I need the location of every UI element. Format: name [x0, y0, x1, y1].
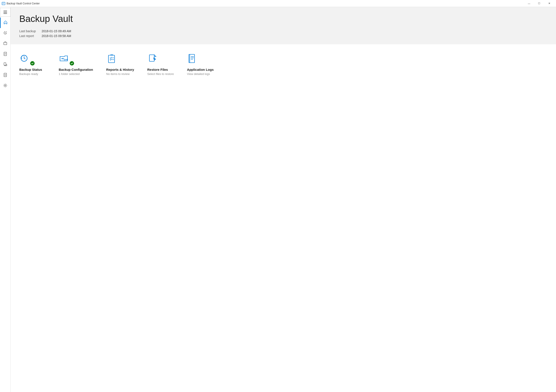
reports-history-svg — [106, 53, 118, 64]
sidebar-item-logs[interactable] — [0, 70, 10, 81]
window-controls: — ☐ ✕ — [524, 0, 554, 7]
svg-rect-3 — [4, 63, 6, 65]
last-report-value: 2018-01-15 09:58 AM — [42, 34, 71, 38]
reports-history-subtitle: No items to review — [106, 72, 130, 76]
backup-icon — [3, 41, 8, 47]
last-backup-value: 2018-01-15 09:49 AM — [42, 29, 71, 33]
window-title: Backup Vault Control Center — [7, 2, 524, 5]
hamburger-icon — [3, 11, 7, 14]
backup-configuration-title: Backup Configuration — [59, 68, 93, 71]
application-logs-title: Application Logs — [187, 68, 214, 71]
sidebar-item-history[interactable] — [0, 28, 10, 39]
history-icon — [3, 31, 8, 36]
minimize-button[interactable]: — — [524, 0, 534, 7]
backup-status-badge — [30, 61, 35, 65]
last-backup-label: Last backup — [19, 29, 39, 33]
backup-configuration-icon-wrapper — [59, 53, 72, 65]
app-icon — [2, 2, 5, 5]
sidebar — [0, 7, 10, 392]
last-report-row: Last report 2018-01-15 09:58 AM — [19, 34, 547, 38]
svg-rect-8 — [149, 55, 154, 61]
restore-files-title: Restore Files — [147, 68, 168, 71]
sidebar-item-home[interactable] — [0, 17, 10, 28]
restore-files-subtitle: Select files to restore — [147, 72, 174, 76]
backup-configuration-subtitle: 1 folder selected — [59, 72, 79, 76]
meta-info: Last backup 2018-01-15 09:49 AM Last rep… — [19, 29, 547, 38]
reports-icon — [3, 52, 8, 57]
backup-configuration-badge — [70, 61, 74, 65]
svg-point-5 — [5, 85, 6, 86]
svg-rect-9 — [190, 54, 194, 63]
settings-icon — [3, 83, 8, 89]
app-container: Backup Vault Last backup 2018-01-15 09:4… — [0, 7, 556, 392]
main-content: Backup Vault Last backup 2018-01-15 09:4… — [10, 7, 556, 392]
close-button[interactable]: ✕ — [544, 0, 554, 7]
header-section: Backup Vault Last backup 2018-01-15 09:4… — [10, 7, 556, 44]
logs-icon — [3, 73, 8, 78]
application-logs-svg — [187, 53, 199, 64]
restore-files-icon-wrapper — [147, 53, 160, 65]
title-bar: Backup Vault Control Center — ☐ ✕ — [0, 0, 556, 7]
sidebar-item-restore[interactable] — [0, 60, 10, 70]
sidebar-item-reports[interactable] — [0, 49, 10, 60]
reports-history-title: Reports & History — [106, 68, 134, 71]
application-logs-icon-wrapper — [187, 53, 200, 65]
cards-section: Backup Status Backups ready — [10, 44, 556, 392]
reports-history-icon-wrapper — [106, 53, 119, 65]
maximize-button[interactable]: ☐ — [534, 0, 544, 7]
application-logs-card[interactable]: Application Logs View detailed logs — [187, 53, 214, 383]
restore-files-card[interactable]: Restore Files Select files to restore — [147, 53, 174, 383]
sidebar-item-backup[interactable] — [0, 39, 10, 49]
backup-status-card[interactable]: Backup Status Backups ready — [19, 53, 46, 383]
home-icon — [3, 20, 8, 26]
backup-status-title: Backup Status — [19, 68, 42, 71]
restore-icon — [3, 62, 8, 68]
backup-status-subtitle: Backups ready — [19, 72, 38, 76]
svg-rect-1 — [4, 42, 7, 45]
sidebar-item-settings[interactable] — [0, 81, 10, 91]
backup-status-icon-wrapper — [19, 53, 32, 65]
restore-files-svg — [147, 53, 159, 64]
application-logs-subtitle: View detailed logs — [187, 72, 210, 76]
backup-configuration-card[interactable]: Backup Configuration 1 folder selected — [59, 53, 93, 383]
backup-status-svg — [19, 53, 31, 64]
backup-configuration-svg — [59, 53, 70, 64]
app-title: Backup Vault — [19, 14, 547, 24]
last-report-label: Last report — [19, 34, 39, 38]
reports-history-card[interactable]: Reports & History No items to review — [106, 53, 134, 383]
hamburger-button[interactable] — [0, 8, 10, 17]
last-backup-row: Last backup 2018-01-15 09:49 AM — [19, 29, 547, 33]
svg-rect-0 — [2, 2, 5, 5]
